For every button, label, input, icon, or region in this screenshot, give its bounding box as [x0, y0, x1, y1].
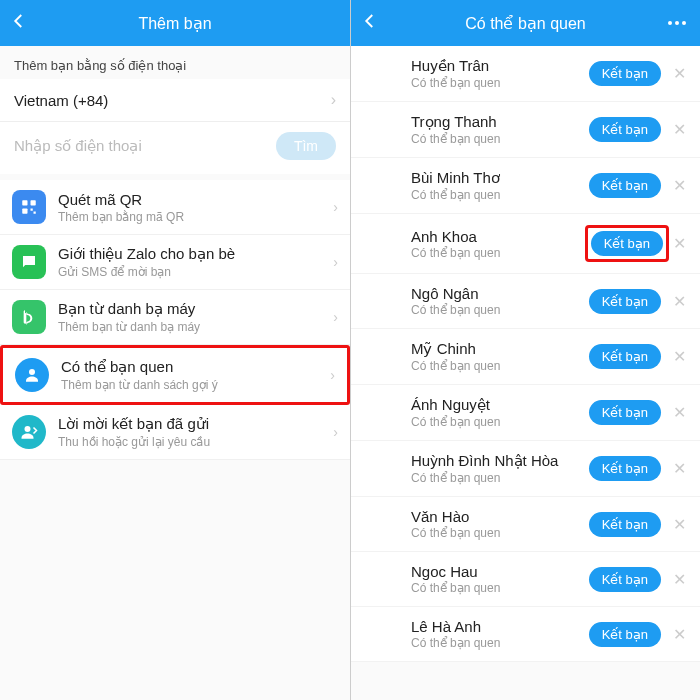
contact-sub: Có thể bạn quen: [411, 246, 585, 260]
add-friend-button[interactable]: Kết bạn: [589, 512, 661, 537]
chevron-right-icon: ›: [333, 309, 338, 325]
contacts-list: Huyền TrânCó thể bạn quenKết bạn✕Trọng T…: [351, 46, 700, 662]
back-icon[interactable]: [10, 12, 28, 34]
find-button[interactable]: Tìm: [276, 132, 336, 160]
dismiss-icon[interactable]: ✕: [669, 120, 690, 139]
contact-row: Ánh NguyệtCó thể bạn quenKết bạn✕: [351, 385, 700, 441]
menu-item-suggestions[interactable]: Có thể bạn quen Thêm bạn từ danh sách gợ…: [0, 345, 350, 405]
svg-rect-2: [22, 209, 27, 214]
menu-item-invite[interactable]: Giới thiệu Zalo cho bạn bè Gửi SMS để mờ…: [0, 235, 350, 290]
dismiss-icon[interactable]: ✕: [669, 625, 690, 644]
chevron-right-icon: ›: [331, 91, 336, 109]
contact-name: Huyền Trân: [411, 57, 589, 75]
contact-name: Huỳnh Đình Nhật Hòa: [411, 452, 589, 470]
menu-sub: Thêm bạn từ danh sách gợi ý: [61, 378, 218, 392]
add-friend-button[interactable]: Kết bạn: [589, 117, 661, 142]
add-friend-button[interactable]: Kết bạn: [591, 231, 663, 256]
dismiss-icon[interactable]: ✕: [669, 459, 690, 478]
sent-icon: [12, 415, 46, 449]
section-label: Thêm bạn bằng số điện thoại: [0, 46, 350, 79]
contact-sub: Có thể bạn quen: [411, 76, 589, 90]
contact-sub: Có thể bạn quen: [411, 132, 589, 146]
add-friend-button[interactable]: Kết bạn: [589, 61, 661, 86]
suggestions-screen: Có thể bạn quen Huyền TrânCó thể bạn que…: [350, 0, 700, 700]
contact-name: Văn Hào: [411, 508, 589, 525]
person-icon: [15, 358, 49, 392]
svg-rect-3: [31, 209, 33, 211]
dismiss-icon[interactable]: ✕: [669, 515, 690, 534]
contact-sub: Có thể bạn quen: [411, 359, 589, 373]
menu-sub: Thêm bạn bằng mã QR: [58, 210, 184, 224]
contact-sub: Có thể bạn quen: [411, 303, 589, 317]
menu-item-sent-requests[interactable]: Lời mời kết bạn đã gửi Thu hồi hoặc gửi …: [0, 405, 350, 460]
contact-row: Ngoc HauCó thể bạn quenKết bạn✕: [351, 552, 700, 607]
add-friend-screen: Thêm bạn Thêm bạn bằng số điện thoại Vie…: [0, 0, 350, 700]
header: Thêm bạn: [0, 0, 350, 46]
chevron-right-icon: ›: [333, 199, 338, 215]
svg-rect-1: [31, 200, 36, 205]
header-title: Thêm bạn: [138, 14, 211, 33]
more-icon[interactable]: [668, 21, 686, 25]
chevron-right-icon: ›: [333, 254, 338, 270]
dismiss-icon[interactable]: ✕: [669, 292, 690, 311]
contact-row: Lê Hà AnhCó thể bạn quenKết bạn✕: [351, 607, 700, 662]
qr-icon: [12, 190, 46, 224]
contact-name: Bùi Minh Thơ: [411, 169, 589, 187]
dismiss-icon[interactable]: ✕: [669, 64, 690, 83]
contact-row: Trọng ThanhCó thể bạn quenKết bạn✕: [351, 102, 700, 158]
menu-sub: Thu hồi hoặc gửi lại yêu cầu: [58, 435, 210, 449]
add-friend-button[interactable]: Kết bạn: [589, 173, 661, 198]
add-friend-button[interactable]: Kết bạn: [589, 456, 661, 481]
chevron-right-icon: ›: [333, 424, 338, 440]
dismiss-icon[interactable]: ✕: [669, 347, 690, 366]
menu-title: Có thể bạn quen: [61, 358, 218, 376]
contact-name: Ngoc Hau: [411, 563, 589, 580]
add-friend-button[interactable]: Kết bạn: [589, 567, 661, 592]
menu-title: Giới thiệu Zalo cho bạn bè: [58, 245, 235, 263]
country-label: Vietnam (+84): [14, 92, 108, 109]
menu-item-contacts[interactable]: Bạn từ danh bạ máy Thêm bạn từ danh bạ m…: [0, 290, 350, 345]
country-selector[interactable]: Vietnam (+84) ›: [0, 79, 350, 122]
phone-input-row: Nhập số điện thoại Tìm: [0, 122, 350, 174]
add-friend-button[interactable]: Kết bạn: [589, 622, 661, 647]
add-friend-button[interactable]: Kết bạn: [589, 400, 661, 425]
header-title: Có thể bạn quen: [465, 14, 586, 33]
contact-row: Văn HàoCó thể bạn quenKết bạn✕: [351, 497, 700, 552]
menu-sub: Gửi SMS để mời bạn: [58, 265, 235, 279]
contact-name: Ngô Ngân: [411, 285, 589, 302]
contact-name: Anh Khoa: [411, 228, 585, 245]
menu-title: Lời mời kết bạn đã gửi: [58, 415, 210, 433]
dismiss-icon[interactable]: ✕: [669, 403, 690, 422]
contact-row: Huyền TrânCó thể bạn quenKết bạn✕: [351, 46, 700, 102]
contact-name: Ánh Nguyệt: [411, 396, 589, 414]
chevron-right-icon: ›: [330, 367, 335, 383]
contact-sub: Có thể bạn quen: [411, 636, 589, 650]
contact-row: Bùi Minh ThơCó thể bạn quenKết bạn✕: [351, 158, 700, 214]
phonebook-icon: [12, 300, 46, 334]
phone-input[interactable]: Nhập số điện thoại: [14, 137, 266, 155]
svg-point-6: [25, 426, 31, 432]
svg-rect-4: [34, 212, 36, 214]
contact-name: Lê Hà Anh: [411, 618, 589, 635]
add-friend-button[interactable]: Kết bạn: [589, 289, 661, 314]
dismiss-icon[interactable]: ✕: [669, 234, 690, 253]
contact-name: Trọng Thanh: [411, 113, 589, 131]
contact-name: Mỹ Chinh: [411, 340, 589, 358]
sms-icon: [12, 245, 46, 279]
back-icon[interactable]: [361, 12, 379, 34]
contact-sub: Có thể bạn quen: [411, 188, 589, 202]
svg-rect-0: [22, 200, 27, 205]
dismiss-icon[interactable]: ✕: [669, 176, 690, 195]
dismiss-icon[interactable]: ✕: [669, 570, 690, 589]
contact-sub: Có thể bạn quen: [411, 471, 589, 485]
menu-sub: Thêm bạn từ danh bạ máy: [58, 320, 200, 334]
contact-sub: Có thể bạn quen: [411, 415, 589, 429]
contact-row: Huỳnh Đình Nhật HòaCó thể bạn quenKết bạ…: [351, 441, 700, 497]
add-friend-button[interactable]: Kết bạn: [589, 344, 661, 369]
menu-item-qr[interactable]: Quét mã QR Thêm bạn bằng mã QR ›: [0, 180, 350, 235]
menu-list: Quét mã QR Thêm bạn bằng mã QR › Giới th…: [0, 180, 350, 460]
contact-row: Anh KhoaCó thể bạn quenKết bạn✕: [351, 214, 700, 274]
contact-row: Mỹ ChinhCó thể bạn quenKết bạn✕: [351, 329, 700, 385]
contact-sub: Có thể bạn quen: [411, 526, 589, 540]
menu-title: Bạn từ danh bạ máy: [58, 300, 200, 318]
